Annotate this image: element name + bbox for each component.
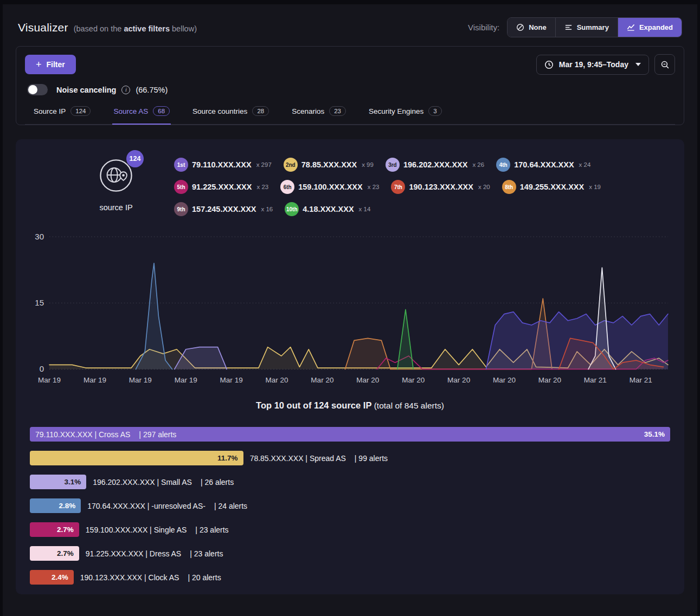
top-list-title: Top 10 out of 124 source IP (total of 84…: [29, 400, 671, 411]
legend-count: x 16: [261, 206, 273, 212]
tab-count-badge: 124: [70, 106, 91, 116]
visibility-expanded-label: Expanded: [639, 23, 673, 31]
filter-row: + Filter Mar 19, 9:45–Today: [25, 54, 675, 75]
subtitle-prefix: (based on the: [74, 24, 124, 33]
svg-text:Mar 20: Mar 20: [538, 376, 561, 384]
filter-tab[interactable]: Scenarios 23: [291, 101, 347, 125]
legend-ip: 4.18.XXX.XXX: [303, 205, 354, 213]
info-icon[interactable]: i: [121, 86, 130, 94]
chart-header: 124 source IP 1st 79.110.XXX.XXX x 297 2…: [29, 153, 671, 216]
legend-count: x 23: [368, 184, 380, 190]
bar-percentage: 2.7%: [57, 526, 74, 534]
bar-alerts: | 26 alerts: [201, 478, 234, 487]
bar-label: 78.85.XXX.XXX | Spread AS| 99 alerts: [250, 454, 388, 463]
entity-summary: 124 source IP: [81, 153, 151, 212]
tab-label: Security Engines: [369, 107, 423, 115]
svg-text:Mar 21: Mar 21: [584, 376, 607, 384]
legend-count: x 23: [256, 184, 268, 190]
noise-canceling-toggle[interactable]: [27, 84, 48, 95]
bar-ip-as: 190.123.XXX.XXX | Clock AS: [80, 573, 179, 582]
filter-tab[interactable]: Security Engines 3: [368, 101, 443, 125]
top-bar[interactable]: 190.123.XXX.XXX | Clock AS| 20 alerts 2.…: [30, 570, 74, 585]
svg-text:Mar 20: Mar 20: [356, 376, 379, 384]
svg-text:0: 0: [40, 364, 44, 373]
tab-count-badge: 3: [428, 106, 441, 116]
rank-badge: 7th: [391, 180, 405, 194]
svg-text:Mar 20: Mar 20: [493, 376, 516, 384]
legend-item[interactable]: 8th 149.255.XXX.XXX x 19: [502, 180, 601, 194]
top-list-bars: 79.110.XXX.XXX | Cross AS| 297 alerts 35…: [29, 427, 671, 585]
visibility-none-label: None: [529, 23, 547, 31]
bar-alerts: | 23 alerts: [195, 526, 228, 534]
title-wrap: Visualizer (based on the active filters …: [18, 21, 197, 34]
top-bar-row: 78.85.XXX.XXX | Spread AS| 99 alerts 11.…: [30, 451, 670, 465]
rank-badge: 3rd: [386, 158, 400, 172]
top-bar[interactable]: 91.225.XXX.XXX | Dress AS| 23 alerts 2.7…: [30, 546, 79, 561]
tab-label: Source AS: [113, 107, 148, 115]
entity-icon-wrap: 124: [99, 159, 133, 192]
top-bar[interactable]: 196.202.XXX.XXX | Small AS| 26 alerts 3.…: [30, 475, 86, 489]
rank-badge: 4th: [496, 158, 510, 172]
filter-tab[interactable]: Source IP 124: [33, 101, 92, 125]
search-button[interactable]: [654, 54, 675, 75]
legend-ip: 159.100.XXX.XXX: [298, 183, 363, 191]
top-bar-row: 79.110.XXX.XXX | Cross AS| 297 alerts 35…: [30, 427, 670, 442]
legend-ip: 78.85.XXX.XXX: [301, 160, 357, 169]
legend-count: x 297: [256, 161, 272, 168]
visualizer-page: Visualizer (based on the active filters …: [3, 4, 697, 616]
timeline-chart[interactable]: 01530Mar 19Mar 19Mar 19Mar 19Mar 19Mar 2…: [29, 229, 671, 387]
legend-item[interactable]: 10th 4.18.XXX.XXX x 14: [285, 202, 370, 216]
svg-text:Mar 20: Mar 20: [402, 376, 425, 384]
bar-ip-as: 91.225.XXX.XXX | Dress AS: [86, 549, 181, 558]
legend-count: x 24: [579, 161, 591, 168]
top-bar[interactable]: 159.100.XXX.XXX | Single AS| 23 alerts 2…: [30, 522, 79, 537]
svg-text:Mar 20: Mar 20: [447, 376, 470, 384]
top-bar[interactable]: 78.85.XXX.XXX | Spread AS| 99 alerts 11.…: [30, 451, 243, 465]
top-bar-row: 159.100.XXX.XXX | Single AS| 23 alerts 2…: [30, 522, 670, 537]
legend-item[interactable]: 4th 170.64.XXX.XXX x 24: [496, 158, 590, 172]
legend-item[interactable]: 6th 159.100.XXX.XXX x 23: [280, 180, 379, 194]
tab-count-badge: 68: [153, 106, 170, 116]
tab-label: Scenarios: [292, 107, 324, 115]
top-list-section: Top 10 out of 124 source IP (total of 84…: [29, 400, 671, 585]
add-filter-button[interactable]: + Filter: [25, 55, 76, 74]
noise-canceling-row: Noise canceling i (66.75%): [25, 84, 675, 95]
legend-item[interactable]: 5th 91.225.XXX.XXX x 23: [174, 180, 268, 194]
date-range-button[interactable]: Mar 19, 9:45–Today: [536, 55, 649, 75]
svg-text:Mar 21: Mar 21: [630, 376, 652, 384]
top-bar[interactable]: 79.110.XXX.XXX | Cross AS| 297 alerts 35…: [30, 427, 670, 442]
chart-legend: 1st 79.110.XXX.XXX x 297 2nd 78.85.XXX.X…: [174, 158, 651, 216]
legend-item[interactable]: 3rd 196.202.XXX.XXX x 26: [386, 158, 484, 172]
legend-item[interactable]: 1st 79.110.XXX.XXX x 297: [174, 158, 272, 172]
visibility-none-button[interactable]: None: [508, 18, 555, 37]
bar-alerts: | 20 alerts: [188, 573, 221, 582]
filter-tab[interactable]: Source AS 68: [112, 101, 171, 125]
visibility-expanded-button[interactable]: Expanded: [618, 18, 682, 37]
rank-badge: 8th: [502, 180, 516, 194]
top-bar[interactable]: 170.64.XXX.XXX | -unresolved AS-| 24 ale…: [30, 498, 81, 513]
top-list-title-rest: (total of 845 alerts): [371, 401, 444, 410]
top-bar-row: 170.64.XXX.XXX | -unresolved AS-| 24 ale…: [30, 498, 670, 513]
svg-text:30: 30: [35, 232, 44, 241]
bar-percentage: 11.7%: [217, 454, 238, 462]
legend-item[interactable]: 2nd 78.85.XXX.XXX x 99: [284, 158, 374, 172]
page-title: Visualizer: [18, 21, 68, 34]
rank-badge: 1st: [174, 158, 188, 172]
filter-tab[interactable]: Source countries 28: [191, 101, 270, 125]
legend-item[interactable]: 9th 157.245.XXX.XXX x 16: [174, 202, 273, 216]
bar-ip-as: 170.64.XXX.XXX | -unresolved AS-: [87, 502, 205, 510]
bar-label: 170.64.XXX.XXX | -unresolved AS-| 24 ale…: [87, 502, 247, 510]
svg-text:Mar 19: Mar 19: [175, 376, 197, 384]
tab-label: Source IP: [34, 107, 66, 115]
bar-ip-as: 196.202.XXX.XXX | Small AS: [93, 478, 192, 487]
svg-text:Mar 19: Mar 19: [84, 376, 106, 384]
legend-count: x 99: [362, 161, 374, 168]
search-icon: [660, 60, 670, 69]
bar-label: 159.100.XXX.XXX | Single AS| 23 alerts: [86, 526, 229, 534]
visibility-summary-button[interactable]: Summary: [555, 18, 618, 37]
visibility-control: Visibility: None Summary Expanded: [468, 17, 682, 37]
subtitle-bold: active filters: [124, 24, 170, 33]
legend-item[interactable]: 7th 190.123.XXX.XXX x 20: [391, 180, 490, 194]
legend-count: x 26: [472, 161, 484, 168]
visibility-label: Visibility:: [468, 23, 499, 32]
